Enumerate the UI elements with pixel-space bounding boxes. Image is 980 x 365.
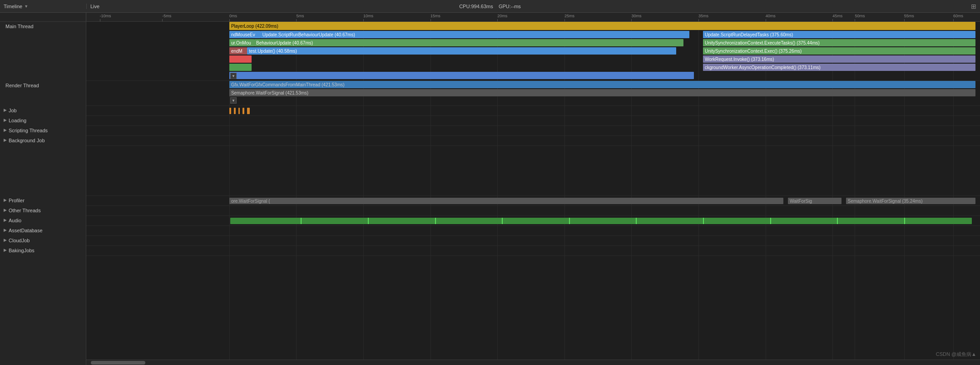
ruler-tick: 30ms [631,14,641,21]
audio-tick [636,218,637,224]
audio-bar[interactable] [230,218,972,224]
scrollbar-area[interactable] [86,360,980,365]
sidebar-item-profiler[interactable]: ▶ Profiler [0,196,86,206]
profiler-bar[interactable]: Semaphore.WaitForSignal (35.24ms) [846,198,975,204]
bar-label: Semaphore.WaitForSignal (421.53ms) [229,90,310,95]
watermark: CSDN @咸鱼病▲ [936,351,976,358]
track-audio [86,216,980,226]
sidebar-item-asset-database[interactable]: ▶ AssetDatabase [0,226,86,236]
ruler-tick: 0ms [229,14,237,21]
timeline-bar[interactable]: UnitySynchronizationContext.Exec() (375.… [703,47,975,55]
audio-tick [904,218,905,224]
audio-tick [368,218,369,224]
ruler-tick: 15ms [431,14,441,21]
job-bar [238,108,240,114]
timeline-title-label: Timeline [4,4,22,9]
timeline-bar[interactable]: Update.ScriptRunBehaviourUpdate (40.67ms… [261,31,690,38]
sidebar-label: Scripting Threads [9,128,48,133]
sidebar-label: Main Thread [5,24,34,29]
timeline-ruler: -10ms-5ms0ms5ms10ms15ms20ms25ms30ms35ms4… [0,13,980,22]
bar-label: ur.OnMou [229,40,253,45]
header-live-label: Live [86,4,103,9]
timeline-bar[interactable]: PlayerLoop (422.09ms) [229,22,975,30]
track-main-thread: PlayerLoop (422.09ms)ndMouseEvUpdate.Scr… [86,22,980,81]
track-dropdown-arrow[interactable]: ▼ [230,73,237,79]
timeline-bar[interactable]: BehaviourUpdate (40.67ms) [254,39,683,46]
sidebar-item-background-job[interactable]: ▶ Background Job [0,136,86,146]
ruler-tick: 20ms [497,14,507,21]
timeline-bar[interactable]: endM [229,47,247,55]
track-asset-db [86,226,980,236]
scrollbar-thumb[interactable] [91,361,145,365]
header-title[interactable]: Timeline ▼ [0,4,86,9]
profiler-bar[interactable]: ore.WaitForSignal ( [229,198,783,204]
bar-label: Gfx.WaitForGfxCommandsFromMainThread (42… [229,82,346,87]
ruler-tick: 40ms [766,14,776,21]
timeline-bar[interactable]: WorkRequest.Invoke() (373.16ms) [703,55,975,63]
colored-block [229,64,252,71]
timeline-bar[interactable]: Update.ScriptRunDelayedTasks (375.60ms) [703,31,975,38]
track-render-thread: Gfx.WaitForGfxCommandsFromMainThread (42… [86,81,980,106]
track-job [86,106,980,116]
bar-label: ore.WaitForSignal ( [229,199,272,204]
timeline-bar[interactable]: UnitySynchronizationContext.ExecuteTasks… [703,39,975,46]
timeline-bar[interactable]: test.Update() (40.58ms) [247,47,676,55]
bar-label: Semaphore.WaitForSignal (35.24ms) [846,199,925,204]
header-cpu-gpu: CPU:994.63ms GPU:--ms [459,4,521,9]
timeline-bar[interactable]: Semaphore.WaitForSignal (421.53ms) [229,89,975,96]
header-expand-icon[interactable]: ⊞ [971,3,976,10]
audio-tick [837,218,838,224]
timeline-bar[interactable]: ndMouseEv [229,31,261,38]
ruler-tick: 55ms [904,14,914,21]
sidebar-label: BakingJobs [9,248,35,253]
timeline-bar[interactable]: ur.OnMou [229,39,254,46]
sidebar-item-other-threads[interactable]: ▶ Other Threads [0,206,86,216]
timeline-content[interactable]: PlayerLoop (422.09ms)ndMouseEvUpdate.Scr… [86,22,980,365]
track-scripting [86,126,980,136]
track-dropdown-arrow[interactable]: ▼ [230,97,237,104]
audio-tick [770,218,771,224]
cpu-label: CPU:994.63ms [459,4,493,9]
arrow-icon: ▶ [4,228,7,232]
sidebar-label: Job [9,108,17,113]
profiler-bar[interactable]: WaitForSig [788,198,841,204]
arrow-icon: ▶ [4,218,7,222]
main-layout: Main Thread Render Thread ▶ Job ▶ Loadin… [0,22,980,365]
sidebar-item-cloud-job[interactable]: ▶ CloudJob [0,236,86,246]
timeline-dropdown-icon[interactable]: ▼ [24,4,28,9]
colored-block [229,72,694,79]
timeline-bar[interactable]: ckgroundWorker.AsyncOperationCompleted()… [703,64,975,71]
job-bar [234,108,236,114]
arrow-icon: ▶ [4,118,7,122]
audio-tick [569,218,570,224]
sidebar-item-loading[interactable]: ▶ Loading [0,116,86,126]
timeline-bar[interactable]: Gfx.WaitForGfxCommandsFromMainThread (42… [229,81,975,88]
sidebar-item-audio[interactable]: ▶ Audio [0,216,86,226]
ruler-left-spacer [0,13,86,21]
job-bar [243,108,244,114]
audio-tick [502,218,503,224]
audio-tick [435,218,436,224]
ruler-tick: 45ms [832,14,842,21]
sidebar-label: AssetDatabase [9,228,43,233]
sidebar-item-main-thread: Main Thread [0,22,86,81]
sidebar-item-baking-jobs[interactable]: ▶ BakingJobs [0,246,86,256]
sidebar-label: Render Thread [5,83,39,88]
sidebar-item-job[interactable]: ▶ Job [0,106,86,116]
ruler-tick: -5ms [162,14,171,21]
sidebar-label: Audio [9,218,21,223]
arrow-icon: ▶ [4,198,7,202]
arrow-icon: ▶ [4,108,7,112]
sidebar-label: Other Threads [9,208,41,213]
bar-label: test.Update() (40.58ms) [247,49,299,54]
sidebar-label: CloudJob [9,238,30,243]
arrow-icon: ▶ [4,238,7,242]
track-spacer [86,146,980,196]
bar-label: WorkRequest.Invoke() (373.16ms) [703,57,776,62]
sidebar-item-scripting-threads[interactable]: ▶ Scripting Threads [0,126,86,136]
arrow-icon: ▶ [4,248,7,252]
bar-label: Update.ScriptRunDelayedTasks (375.60ms) [703,32,795,37]
bar-label: UnitySynchronizationContext.Exec() (375.… [703,49,803,54]
arrow-icon: ▶ [4,138,7,142]
bar-label: PlayerLoop (422.09ms) [229,24,280,29]
